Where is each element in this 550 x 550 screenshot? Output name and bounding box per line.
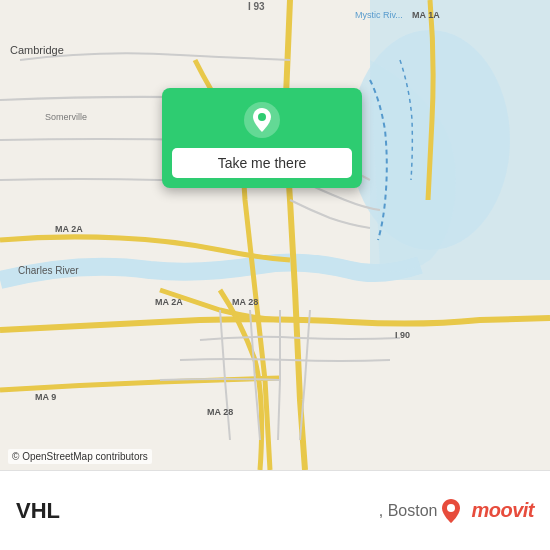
svg-text:MA 28: MA 28 — [232, 297, 258, 307]
map-container[interactable]: I 93 MA 28 MA 2A MA 2A MA 28 MA 28 MA 9 … — [0, 0, 550, 470]
svg-text:MA 2A: MA 2A — [155, 297, 183, 307]
bottom-bar: VHL , Boston moovit — [0, 470, 550, 550]
location-pin-icon — [244, 102, 280, 138]
svg-text:MA 2A: MA 2A — [55, 224, 83, 234]
moovit-brand-text: moovit — [471, 499, 534, 522]
svg-text:Charles River: Charles River — [18, 265, 79, 276]
svg-text:Somerville: Somerville — [45, 112, 87, 122]
popup-card[interactable]: Take me there — [162, 88, 362, 188]
svg-text:MA 1A: MA 1A — [412, 10, 440, 20]
svg-text:MA 28: MA 28 — [207, 407, 233, 417]
svg-text:Mystic Riv...: Mystic Riv... — [355, 10, 403, 20]
location-city: Boston — [388, 502, 438, 520]
map-svg: I 93 MA 28 MA 2A MA 2A MA 28 MA 28 MA 9 … — [0, 0, 550, 470]
svg-point-17 — [447, 504, 455, 512]
moovit-pin-icon — [437, 497, 465, 525]
svg-text:I 93: I 93 — [248, 1, 265, 12]
svg-text:I 90: I 90 — [395, 330, 410, 340]
moovit-logo: moovit — [437, 497, 534, 525]
take-me-there-button[interactable]: Take me there — [172, 148, 352, 178]
location-title: VHL — [16, 498, 373, 524]
osm-attribution: © OpenStreetMap contributors — [8, 449, 152, 464]
location-subtitle: , — [379, 502, 388, 520]
svg-text:Cambridge: Cambridge — [10, 44, 64, 56]
svg-text:MA 9: MA 9 — [35, 392, 56, 402]
svg-point-16 — [258, 113, 266, 121]
